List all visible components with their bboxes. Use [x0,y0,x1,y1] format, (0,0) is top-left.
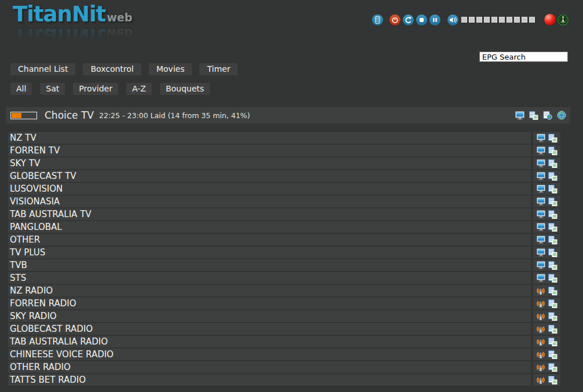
epg-list-icon[interactable] [548,325,558,334]
volume-segment[interactable] [476,17,482,23]
channel-row-bar[interactable]: LUSOVISION [8,183,531,195]
tv-icon[interactable] [537,185,545,193]
channel-row-bar[interactable]: PANGLOBAL [8,221,531,233]
stream-icon[interactable] [558,14,569,25]
tv-icon[interactable] [537,146,545,155]
channel-row[interactable]: OTHER [8,234,560,246]
doc-globe-icon[interactable] [543,111,552,120]
channel-row[interactable]: TV PLUS [8,247,560,258]
epg-list-icon[interactable] [548,210,558,219]
channel-row-bar[interactable]: TVB [8,259,531,271]
channel-row[interactable]: FORREN RADIO [8,298,560,309]
channel-name[interactable]: TV PLUS [10,247,45,258]
filter-provider[interactable]: Provider [73,83,118,95]
pause-icon[interactable] [429,14,440,25]
radio-icon[interactable] [536,338,545,346]
tv-icon[interactable] [537,197,545,206]
tv-icon[interactable] [537,248,545,257]
channel-name[interactable]: OTHER [10,235,40,245]
volume-segment[interactable] [499,17,505,23]
channel-name[interactable]: TATTS BET RADIO [10,375,86,385]
epg-list-icon[interactable] [548,299,558,308]
channel-row-bar[interactable]: FORREN RADIO [8,298,531,309]
channel-row-bar[interactable]: SKY TV [8,157,531,169]
channel-row[interactable]: TAB AUSTRALIA RADIO [8,336,560,347]
channel-name[interactable]: FORREN RADIO [10,298,76,309]
remote-icon[interactable] [372,14,383,25]
channel-name[interactable]: GLOBECAST RADIO [10,324,93,334]
channel-row[interactable]: SKY RADIO [8,310,560,322]
epg-list-icon[interactable] [548,185,558,193]
epg-list-icon[interactable] [548,146,558,155]
radio-icon[interactable] [536,325,545,333]
epg-list-icon[interactable] [548,172,558,181]
epg-search-input[interactable] [479,52,568,62]
radio-icon[interactable] [536,364,545,371]
screen-icon[interactable] [515,111,524,120]
tab-channel-list[interactable]: Channel List [10,63,75,75]
tv-icon[interactable] [537,223,545,231]
epg-list-icon[interactable] [548,363,558,372]
channel-row[interactable]: LUSOVISION [8,183,560,195]
channel-name[interactable]: OTHER RADIO [10,362,71,372]
filter-all[interactable]: All [10,83,32,95]
channel-row-bar[interactable]: TATTS BET RADIO [8,374,531,386]
channel-name[interactable]: TVB [10,260,27,270]
power-icon[interactable] [389,14,400,25]
channel-row[interactable]: STS [8,272,560,284]
epg-list-icon[interactable] [548,223,558,232]
epg-list-icon[interactable] [548,287,558,295]
filter-bouquets[interactable]: Bouquets [160,83,210,95]
epg-list-icon[interactable] [548,236,558,244]
channel-name[interactable]: SKY TV [10,158,40,168]
channel-name[interactable]: TAB AUSTRALIA TV [10,209,92,219]
channel-name[interactable]: FORREN TV [10,145,60,156]
tv-icon[interactable] [537,172,545,180]
volume-segment[interactable] [522,17,527,23]
epg-list-icon[interactable] [548,338,558,346]
channel-row-bar[interactable]: OTHER [8,234,531,246]
tab-timer[interactable]: Timer [199,63,238,75]
channel-row-bar[interactable]: TAB AUSTRALIA TV [8,208,531,220]
channel-row-bar[interactable]: FORREN TV [8,145,531,156]
channel-name[interactable]: NZ RADIO [10,285,53,296]
channel-row[interactable]: NZ RADIO [8,285,560,296]
channel-row-bar[interactable]: GLOBECAST RADIO [8,323,531,335]
channel-row-bar[interactable]: TAB AUSTRALIA RADIO [8,336,531,347]
tv-icon[interactable] [537,134,545,142]
channel-name[interactable]: TAB AUSTRALIA RADIO [10,336,108,347]
channel-row-bar[interactable]: NZ TV [8,132,531,144]
channel-row[interactable]: CHINEESE VOICE RADIO [8,349,560,360]
channel-name[interactable]: STS [10,273,26,283]
channel-name[interactable]: CHINEESE VOICE RADIO [10,349,114,360]
restart-icon[interactable] [403,14,414,25]
filter-sat[interactable]: Sat [40,83,65,95]
radio-icon[interactable] [536,313,545,320]
channel-name[interactable]: GLOBECAST TV [10,171,76,181]
channel-name[interactable]: VISIONASIA [10,196,60,207]
volume-segment[interactable] [461,17,467,23]
channel-row[interactable]: TAB AUSTRALIA TV [8,208,560,220]
channel-row-bar[interactable]: CHINEESE VOICE RADIO [8,349,531,360]
channel-row[interactable]: GLOBECAST TV [8,170,560,182]
channel-row-bar[interactable]: NZ RADIO [8,285,531,296]
channel-row-bar[interactable]: TV PLUS [8,247,531,258]
radio-icon[interactable] [536,287,545,295]
tab-movies[interactable]: Movies [149,63,192,75]
channel-name[interactable]: SKY RADIO [10,311,57,321]
tab-boxcontrol[interactable]: Boxcontrol [83,63,141,75]
volume-segment[interactable] [469,17,475,23]
tv-icon[interactable] [537,274,545,282]
globe-icon[interactable] [557,111,566,120]
epg-list-icon[interactable] [548,261,558,270]
epg-list-icon[interactable] [548,376,558,384]
channel-row-bar[interactable]: GLOBECAST TV [8,170,531,182]
channel-row[interactable]: PANGLOBAL [8,221,560,233]
channel-name[interactable]: LUSOVISION [10,184,63,194]
channel-row[interactable]: TATTS BET RADIO [8,374,560,386]
epg-list-icon[interactable] [548,312,558,321]
channel-row-bar[interactable]: VISIONASIA [8,196,531,207]
volume-segment[interactable] [514,17,520,23]
tv-icon[interactable] [537,159,545,167]
channel-row-bar[interactable]: SKY RADIO [8,310,531,322]
